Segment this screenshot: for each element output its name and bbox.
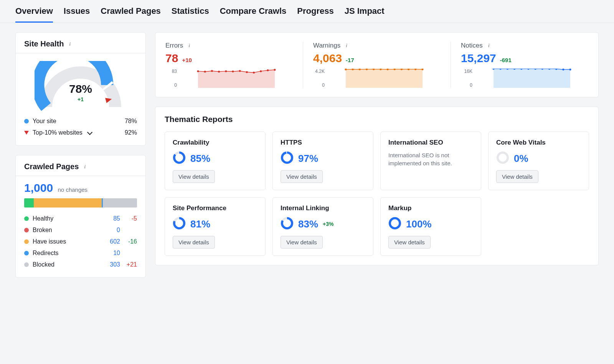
- svg-point-40: [282, 153, 292, 163]
- crawled-row-value[interactable]: 602: [101, 238, 120, 245]
- stat-title: Warnings: [313, 42, 340, 49]
- tab-compare-crawls[interactable]: Compare Crawls: [220, 6, 287, 23]
- thematic-card: Thematic Reports Crawlability85%View det…: [155, 107, 599, 265]
- crawled-row-value[interactable]: 0: [101, 227, 120, 234]
- stat-delta: +10: [182, 57, 191, 63]
- report-site-performance: Site Performance81%View details: [165, 197, 266, 256]
- svg-point-10: [260, 70, 262, 72]
- tab-progress[interactable]: Progress: [297, 6, 333, 23]
- stat-value: 78: [165, 52, 178, 65]
- report-percent: 0%: [514, 153, 528, 165]
- crawled-row: Have issues602-16: [24, 236, 137, 247]
- triangle-down-icon: [24, 131, 29, 135]
- thematic-title: Thematic Reports: [155, 107, 598, 127]
- site-health-title: Site Health: [24, 40, 64, 48]
- report-title: Core Web Vitals: [496, 139, 581, 147]
- svg-point-48: [390, 218, 400, 228]
- report-markup: Markup100%View details: [380, 197, 481, 256]
- dot-icon: [24, 239, 29, 244]
- crawled-sub: no changes: [58, 186, 88, 193]
- chevron-down-icon: [87, 129, 92, 135]
- view-details-button[interactable]: View details: [496, 170, 538, 183]
- stats-card: Errorsi 78+10 830 Warningsi 4,063-17 4.2…: [155, 32, 599, 97]
- tab-js-impact[interactable]: JS Impact: [345, 6, 385, 23]
- crawled-row-delta: +21: [120, 261, 137, 268]
- crawled-row-value[interactable]: 10: [101, 250, 120, 257]
- report-percent: 85%: [190, 153, 210, 165]
- info-icon[interactable]: i: [82, 164, 88, 170]
- dot-icon: [24, 262, 29, 267]
- site-health-gauge: 78% +1: [35, 61, 127, 111]
- view-details-button[interactable]: View details: [281, 170, 323, 183]
- tab-issues[interactable]: Issues: [64, 6, 90, 23]
- top10-dropdown[interactable]: Top-10% websites: [24, 129, 92, 136]
- report-title: Crawlability: [173, 139, 257, 147]
- crawled-row: Broken0: [24, 224, 137, 236]
- report-percent: 100%: [406, 218, 432, 230]
- svg-point-12: [274, 69, 276, 71]
- report-percent: 97%: [298, 153, 318, 165]
- bar-segment: [103, 198, 137, 208]
- crawled-pages-card: Crawled Pages i 1,000 no changes Healthy…: [15, 155, 146, 278]
- info-icon[interactable]: i: [186, 43, 192, 49]
- stat-title: Errors: [165, 42, 183, 49]
- stat-errors[interactable]: Errorsi 78+10 830: [155, 42, 303, 88]
- svg-point-9: [253, 72, 255, 74]
- report-title: Internal Linking: [281, 204, 365, 212]
- stat-warnings[interactable]: Warningsi 4,063-17 4.2K0: [303, 42, 451, 88]
- tabs: OverviewIssuesCrawled PagesStatisticsCom…: [0, 0, 614, 23]
- report-international-seo: International SEOInternational SEO is no…: [380, 132, 481, 190]
- dot-icon: [24, 119, 29, 124]
- svg-point-6: [232, 71, 234, 72]
- top10-value: 92%: [125, 129, 137, 136]
- info-icon[interactable]: i: [343, 43, 350, 49]
- crawled-row-name: Redirects: [33, 250, 59, 257]
- svg-point-3: [211, 70, 213, 72]
- svg-point-11: [267, 69, 269, 71]
- view-details-button[interactable]: View details: [388, 236, 431, 249]
- y-min: 0: [165, 82, 177, 88]
- report-percent: 81%: [190, 218, 210, 230]
- report-percent: 83%: [298, 218, 318, 230]
- sparkline: [475, 69, 588, 88]
- svg-point-41: [498, 153, 508, 163]
- view-details-button[interactable]: View details: [281, 236, 323, 249]
- tab-crawled-pages[interactable]: Crawled Pages: [101, 6, 161, 23]
- svg-point-2: [204, 71, 206, 72]
- crawled-row-value[interactable]: 303: [101, 261, 120, 268]
- crawled-row-delta: -5: [120, 215, 137, 222]
- view-details-button[interactable]: View details: [173, 236, 215, 249]
- donut-icon: [173, 151, 186, 166]
- stat-notices[interactable]: Noticesi 15,297-691 16K0: [451, 42, 598, 88]
- y-max: 4.2K: [313, 69, 325, 74]
- svg-point-1: [197, 70, 199, 72]
- report-delta: +3%: [323, 221, 333, 227]
- crawled-row: Redirects10: [24, 247, 137, 259]
- tab-overview[interactable]: Overview: [15, 6, 53, 23]
- crawled-row-name: Broken: [33, 227, 52, 234]
- your-site-label: Your site: [33, 118, 56, 125]
- report-title: International SEO: [388, 139, 473, 147]
- info-icon[interactable]: i: [486, 43, 492, 49]
- bar-segment: [34, 198, 102, 208]
- report-core-web-vitals: Core Web Vitals0%View details: [488, 132, 589, 190]
- report-note: International SEO is not implemented on …: [388, 151, 473, 167]
- view-details-button[interactable]: View details: [173, 170, 215, 183]
- donut-icon: [173, 217, 186, 231]
- info-icon[interactable]: i: [67, 41, 73, 47]
- donut-icon: [388, 217, 401, 231]
- crawled-row-value[interactable]: 85: [101, 215, 120, 222]
- svg-point-7: [239, 70, 241, 72]
- stat-title: Notices: [461, 42, 483, 49]
- y-max: 16K: [461, 69, 472, 74]
- crawled-row-name: Blocked: [33, 261, 54, 268]
- crawled-row-name: Healthy: [33, 215, 53, 222]
- svg-point-4: [218, 71, 220, 72]
- crawled-row-name: Have issues: [33, 238, 66, 245]
- y-min: 0: [461, 82, 472, 88]
- top10-label: Top-10% websites: [33, 129, 83, 136]
- report-internal-linking: Internal Linking83%+3%View details: [272, 197, 373, 256]
- sparkline: [328, 69, 441, 88]
- report-https: HTTPS97%View details: [272, 132, 373, 190]
- tab-statistics[interactable]: Statistics: [172, 6, 209, 23]
